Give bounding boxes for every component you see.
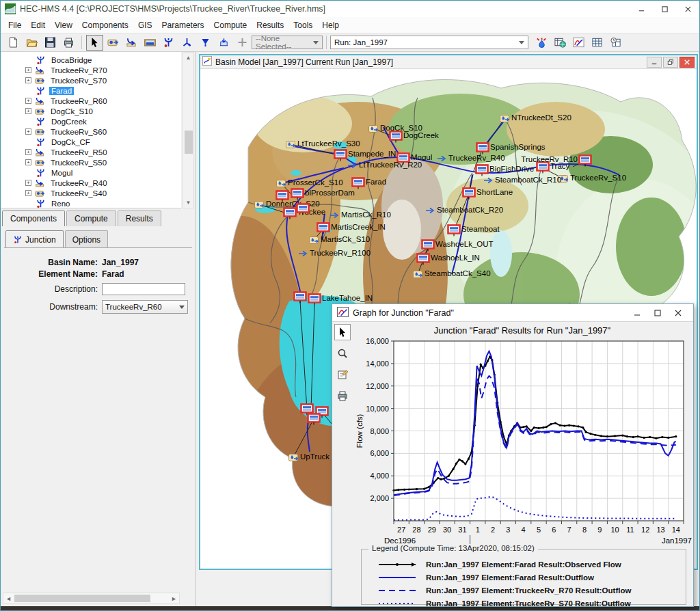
run-combo[interactable]: Run: Jan_1997 (330, 36, 528, 49)
scroll-right-icon[interactable]: ► (170, 594, 178, 603)
map-element-Stampede_IN[interactable]: Stampede_IN (334, 149, 347, 163)
expand-icon[interactable]: + (25, 128, 31, 135)
map-element-SteamboatCk_S40[interactable]: SteamboatCk_S40 (413, 270, 423, 281)
scroll-left-icon[interactable]: ◄ (4, 594, 13, 603)
tab-junction[interactable]: Junction (5, 230, 64, 247)
zoom-icon[interactable] (334, 345, 351, 362)
map-element-DogCreek[interactable]: DogCreek (389, 131, 403, 145)
map-element-ShortLane[interactable]: ShortLane (462, 187, 476, 202)
tree-item-TruckeeRv_R40[interactable]: +TruckeeRv_R40 (1, 178, 181, 188)
map-element-unlabeled[interactable] (293, 291, 307, 306)
expand-icon[interactable]: + (25, 180, 31, 186)
map-element-TruckeeRv_R100[interactable]: TruckeeRv_R100 (298, 249, 308, 259)
tree-item-TruckeeRv_R50[interactable]: +TruckeeRv_R50 (1, 147, 181, 157)
map-element-LtTruckeeRv_S30[interactable]: LtTruckeeRv_S30 (286, 140, 296, 151)
map-element-Truckee[interactable]: Truckee (283, 207, 297, 221)
scroll-up-icon[interactable]: ▲ (184, 53, 193, 62)
tree-item-TruckeeRv_R70[interactable]: +TruckeeRv_R70 (1, 65, 181, 75)
print-icon[interactable] (60, 35, 77, 51)
menu-parameters[interactable]: Parameters (157, 18, 209, 32)
maximize-icon[interactable] (653, 1, 676, 17)
table-icon[interactable] (589, 35, 606, 51)
scroll-down-icon[interactable]: ▼ (184, 198, 193, 207)
add-tool[interactable] (234, 35, 251, 51)
map-element-MartisCk_R10[interactable]: MartisCk_R10 (329, 211, 339, 221)
menu-results[interactable]: Results (252, 18, 288, 32)
map-element-DonnerCk_S20[interactable]: DonnerCk_S20 (254, 200, 265, 211)
global-summary-icon[interactable] (552, 35, 569, 51)
expand-icon[interactable]: + (25, 149, 31, 155)
compute-icon[interactable] (533, 35, 550, 51)
tree-item-TruckeeRv_S70[interactable]: +TruckeeRv_S70 (1, 75, 181, 85)
save-icon[interactable] (42, 35, 59, 51)
menu-gis[interactable]: GIS (133, 18, 157, 32)
select-tool[interactable] (86, 35, 103, 51)
scrollbar-thumb[interactable] (14, 595, 150, 602)
map-element-NTruckeeDt_S20[interactable]: NTruckeeDt_S20 (500, 114, 510, 125)
maximize-icon[interactable] (647, 306, 668, 321)
map-element-LakeTahoe_IN[interactable]: LakeTahoe_IN (308, 293, 321, 308)
expand-icon[interactable]: + (25, 67, 31, 73)
reach-tool[interactable] (123, 35, 140, 51)
map-element-DogCk_S10[interactable]: DogCk_S10 (368, 124, 379, 135)
tree-item-DogCreek[interactable]: DogCreek (1, 116, 181, 126)
tab-results[interactable]: Results (118, 211, 161, 226)
tree-item-Farad[interactable]: Farad (1, 85, 181, 96)
tree-item-Reno[interactable]: Reno (1, 198, 181, 208)
subbasin-tool[interactable] (105, 35, 122, 51)
new-file-icon[interactable] (5, 35, 22, 51)
select-tool[interactable] (334, 324, 351, 340)
tree-item-TruckeeRv_R60[interactable]: +TruckeeRv_R60 (1, 96, 181, 106)
minimize-icon[interactable] (630, 1, 653, 17)
edit-icon[interactable] (334, 366, 351, 383)
map-element-SteamboatCk_R10[interactable]: SteamboatCk_R10 (483, 176, 493, 186)
expand-icon[interactable]: + (25, 159, 31, 165)
map-element-Steamboat[interactable]: Steamboat (447, 224, 461, 239)
tree-item-TruckeeRv_S40[interactable]: +TruckeeRv_S40 (1, 188, 181, 198)
sink-tool[interactable] (197, 35, 214, 51)
time-series-icon[interactable] (607, 35, 624, 51)
print-icon[interactable] (334, 388, 351, 404)
restore-icon[interactable] (663, 57, 678, 68)
expand-icon[interactable]: + (25, 77, 31, 83)
graph-icon[interactable] (570, 35, 587, 51)
menu-components[interactable]: Components (77, 18, 133, 32)
tree-item-TruckeeRv_S60[interactable]: +TruckeeRv_S60 (1, 126, 181, 137)
menu-tools[interactable]: Tools (288, 18, 317, 32)
open-file-icon[interactable] (23, 35, 40, 51)
menu-view[interactable]: View (50, 18, 77, 32)
menu-help[interactable]: Help (317, 18, 344, 32)
map-element-ProsserCk_S10[interactable]: ProsserCk_S10 (276, 179, 286, 190)
expand-icon[interactable]: + (25, 108, 31, 114)
expand-icon[interactable]: + (25, 190, 31, 196)
tab-options[interactable]: Options (65, 230, 108, 247)
tree-item-BocaBridge[interactable]: BocaBridge (1, 55, 181, 65)
map-element-TruckeeRv_R10[interactable]: TruckeeRv_R10 (578, 154, 592, 169)
close-icon[interactable] (668, 306, 688, 321)
map-element-WashoeLk_IN[interactable]: WashoeLk_IN (416, 253, 430, 267)
minimize-icon[interactable] (627, 306, 647, 321)
tree-item-DogCk_CF[interactable]: DogCk_CF (1, 137, 181, 147)
downstream-combo[interactable]: TruckeeRv_R60 (102, 300, 188, 314)
panel-horizontal-scrollbar[interactable]: ◄ ► (3, 593, 180, 604)
tree-vertical-scrollbar[interactable]: ▲ ▼ (183, 52, 194, 208)
tree-item-DogCk_S10[interactable]: +DogCk_S10 (1, 106, 181, 116)
tab-components[interactable]: Components (2, 211, 65, 226)
basin-window-titlebar[interactable]: Basin Model [Jan_1997] Current Run [Jan_… (200, 55, 697, 69)
map-element-unlabeled[interactable] (307, 413, 321, 427)
map-element-TruckeeRv_R40[interactable]: TruckeeRv_R40 (437, 154, 446, 164)
tree-item-Mogul[interactable]: Mogul (1, 167, 181, 178)
graph-window-titlebar[interactable]: Graph for Junction "Farad" (332, 304, 693, 322)
source-tool[interactable] (215, 35, 232, 51)
map-element-MartisCreek_IN[interactable]: MartisCreek_IN (317, 222, 330, 236)
map-element-WashoeLk_OUT[interactable]: WashoeLk_OUT (421, 239, 435, 254)
menu-compute[interactable]: Compute (209, 18, 252, 32)
tab-compute[interactable]: Compute (66, 211, 116, 226)
junction-tool[interactable] (160, 35, 177, 51)
map-element-Tracy[interactable]: Tracy (536, 161, 550, 176)
tree-item-TruckeeRv_S50[interactable]: +TruckeeRv_S50 (1, 157, 181, 167)
map-element-unlabeled[interactable] (296, 203, 310, 217)
map-element-MartisCk_S10[interactable]: MartisCk_S10 (309, 236, 319, 247)
expand-icon[interactable]: + (25, 98, 31, 104)
reservoir-tool[interactable] (142, 35, 159, 51)
